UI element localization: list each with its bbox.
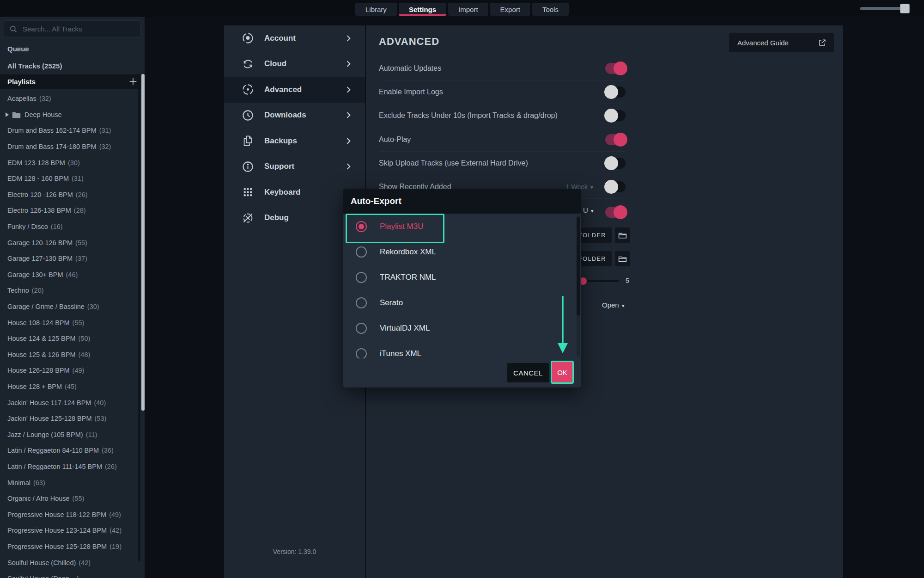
playlist-item-count: (40) bbox=[94, 399, 106, 406]
playlist-item[interactable]: Garage 127-130 BPM (37) bbox=[0, 251, 145, 267]
playlist-item[interactable]: Acapellas (32) bbox=[0, 91, 145, 107]
playlist-item[interactable]: Minimal (63) bbox=[0, 474, 145, 491]
export-format-dropdown[interactable]: U bbox=[583, 206, 594, 214]
toggle-switch[interactable] bbox=[605, 158, 626, 169]
nav-tab[interactable]: Library bbox=[355, 3, 397, 16]
nav-tab[interactable]: Export bbox=[490, 3, 530, 16]
playlist-item[interactable]: House 108-124 BPM (55) bbox=[0, 314, 145, 331]
playlist-item[interactable]: Electro 120 -126 BPM (26) bbox=[0, 187, 145, 203]
playlist-item[interactable]: Organic / Afro House (55) bbox=[0, 491, 145, 507]
number-slider[interactable]: 5 bbox=[580, 277, 631, 285]
settings-rows: Automatic Updates Enable Import Logs Exc… bbox=[379, 57, 626, 199]
search-input[interactable] bbox=[22, 25, 133, 33]
export-format-option[interactable]: Serato bbox=[343, 290, 581, 315]
toggle-knob bbox=[614, 205, 627, 219]
playlist-item[interactable]: Techno (20) bbox=[0, 283, 145, 299]
folder-browse-button[interactable] bbox=[615, 228, 630, 243]
nav-tab-label: Tools bbox=[542, 6, 559, 13]
playlist-item[interactable]: Garage / Grime / Bassline (30) bbox=[0, 299, 145, 315]
ok-button[interactable]: OK bbox=[552, 362, 572, 382]
playlist-item[interactable]: Jackin' House 117-124 BPM (40) bbox=[0, 394, 145, 411]
playlist-item[interactable]: Soulful House (Deep ...) bbox=[0, 571, 145, 578]
slider-handle[interactable] bbox=[900, 4, 910, 13]
playlist-item[interactable]: Soulful House (Chilled) (42) bbox=[0, 554, 145, 571]
modal-scrollbar-thumb[interactable] bbox=[577, 217, 580, 315]
setting-label: Skip Upload Tracks (use External Hard Dr… bbox=[379, 159, 605, 167]
add-playlist-button[interactable] bbox=[128, 76, 138, 86]
toggle-switch[interactable] bbox=[605, 86, 626, 98]
playlist-item[interactable]: Progressive House 125-128 BPM (19) bbox=[0, 539, 145, 555]
playlist-item[interactable]: EDM 123-128 BPM (30) bbox=[0, 154, 145, 171]
playlist-item[interactable]: Jazz / Lounge (105 BPM) (11) bbox=[0, 426, 145, 443]
playlist-item[interactable]: House 125 & 126 BPM (48) bbox=[0, 347, 145, 363]
nav-tab[interactable]: Settings bbox=[399, 3, 446, 16]
playlist-item[interactable]: Drum and Bass 174-180 BPM (32) bbox=[0, 139, 145, 155]
export-format-option[interactable]: VirtualDJ XML bbox=[343, 315, 581, 341]
menu-item-account[interactable]: Account bbox=[224, 25, 365, 51]
top-slider[interactable] bbox=[860, 4, 911, 14]
playlist-item[interactable]: Garage 130+ BPM (46) bbox=[0, 267, 145, 283]
playlist-item-count: (32) bbox=[39, 95, 51, 102]
auto-export-toggle[interactable] bbox=[605, 207, 626, 218]
menu-item-support[interactable]: Support bbox=[224, 154, 365, 180]
playlist-item-count: (53) bbox=[95, 415, 107, 422]
nav-tab[interactable]: Import bbox=[448, 3, 488, 16]
playlist-item[interactable]: Electro 126-138 BPM (28) bbox=[0, 203, 145, 219]
playlist-item[interactable]: Jackin' House 125-128 BPM (53) bbox=[0, 411, 145, 427]
folder-browse-button[interactable] bbox=[615, 251, 630, 266]
toggle-switch[interactable] bbox=[605, 63, 626, 74]
menu-item-downloads[interactable]: Downloads bbox=[224, 103, 365, 129]
playlist-item-count: (49) bbox=[109, 511, 121, 518]
playlist-item[interactable]: EDM 128 - 160 BPM (31) bbox=[0, 171, 145, 187]
playlist-item[interactable]: House 124 & 125 BPM (50) bbox=[0, 331, 145, 347]
search-box[interactable] bbox=[4, 20, 141, 37]
menu-item-cloud[interactable]: Cloud bbox=[224, 51, 365, 77]
option-label: TRAKTOR NML bbox=[380, 273, 436, 282]
library-sidebar: Queue All Tracks (2525) Playlists bbox=[0, 17, 145, 578]
export-format-option[interactable]: Playlist M3U bbox=[343, 214, 581, 239]
playlist-item[interactable]: House 128 + BPM (45) bbox=[0, 379, 145, 395]
sidebar-item-all-tracks[interactable]: All Tracks (2525) bbox=[0, 58, 145, 74]
open-dropdown[interactable]: Open bbox=[602, 301, 625, 309]
toggle-switch[interactable] bbox=[605, 110, 626, 121]
playlist-item[interactable]: Latin / Reggaeton 84-110 BPM (36) bbox=[0, 443, 145, 459]
export-format-option[interactable]: iTunes XML bbox=[343, 341, 581, 358]
playlist-item[interactable]: Funky / Disco (16) bbox=[0, 219, 145, 235]
debug-icon bbox=[242, 212, 254, 224]
menu-item-backups[interactable]: Backups bbox=[224, 128, 365, 154]
radio-button[interactable] bbox=[356, 246, 367, 258]
radio-button[interactable] bbox=[356, 272, 367, 283]
menu-item-advanced[interactable]: Advanced bbox=[224, 77, 365, 103]
option-label: Serato bbox=[380, 298, 403, 307]
export-format-option[interactable]: TRAKTOR NML bbox=[343, 264, 581, 290]
radio-button[interactable] bbox=[356, 221, 367, 232]
option-label: Playlist M3U bbox=[380, 222, 423, 231]
toggle-knob bbox=[604, 180, 618, 194]
chevron-right-icon bbox=[344, 59, 353, 68]
radio-button[interactable] bbox=[356, 297, 367, 308]
playlist-item-label: Garage 120-126 BPM bbox=[7, 239, 73, 246]
nav-tab[interactable]: Tools bbox=[532, 3, 569, 16]
ok-button-highlight: OK bbox=[551, 361, 574, 384]
playlist-item[interactable]: Garage 120-126 BPM (55) bbox=[0, 234, 145, 251]
playlist-item[interactable]: Progressive House 118-122 BPM (49) bbox=[0, 506, 145, 523]
expand-arrow-icon[interactable] bbox=[6, 112, 9, 117]
toggle-switch[interactable] bbox=[605, 181, 626, 192]
cancel-button[interactable]: CANCEL bbox=[507, 363, 549, 382]
playlist-item[interactable]: Deep House bbox=[0, 107, 145, 123]
playlist-item[interactable]: Drum and Bass 162-174 BPM (31) bbox=[0, 123, 145, 139]
playlist-item[interactable]: Latin / Reggaeton 111-145 BPM (26) bbox=[0, 459, 145, 475]
chevron-down-icon bbox=[588, 183, 593, 191]
playlist-item[interactable]: Progressive House 123-124 BPM (42) bbox=[0, 523, 145, 539]
keyboard-grid-icon bbox=[242, 186, 254, 198]
sidebar-item-queue[interactable]: Queue bbox=[0, 41, 145, 56]
toggle-switch[interactable] bbox=[605, 134, 626, 145]
playlist-item[interactable]: House 126-128 BPM (49) bbox=[0, 363, 145, 379]
radio-button[interactable] bbox=[356, 348, 367, 359]
advanced-guide-button[interactable]: Advanced Guide bbox=[729, 33, 834, 52]
menu-item-label: Support bbox=[264, 162, 294, 171]
sidebar-scrollbar-thumb[interactable] bbox=[141, 74, 145, 411]
export-format-option[interactable]: Rekordbox XML bbox=[343, 239, 581, 264]
playlist-item-count: (37) bbox=[75, 255, 87, 262]
radio-button[interactable] bbox=[356, 323, 367, 334]
